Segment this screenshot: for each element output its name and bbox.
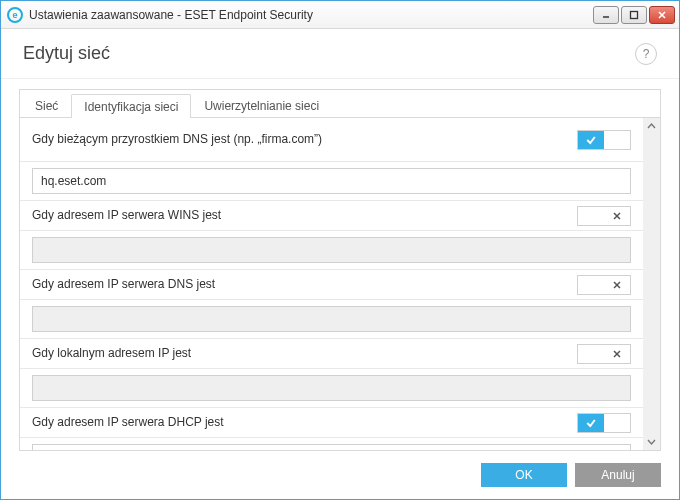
label-wins-ip: Gdy adresem IP serwera WINS jest bbox=[32, 208, 577, 223]
label-dhcp-ip: Gdy adresem IP serwera DHCP jest bbox=[32, 415, 577, 430]
input-row-wins-ip bbox=[20, 231, 643, 270]
row-dns-suffix: Gdy bieżącym przyrostkiem DNS jest (np. … bbox=[20, 118, 643, 162]
input-dns-ip bbox=[32, 306, 631, 332]
toggle-local-ip[interactable] bbox=[577, 344, 631, 364]
x-icon bbox=[604, 207, 630, 225]
row-dns-ip: Gdy adresem IP serwera DNS jest bbox=[20, 270, 643, 300]
input-row-dns-suffix bbox=[20, 162, 643, 201]
app-icon: e bbox=[7, 7, 23, 23]
row-dhcp-ip: Gdy adresem IP serwera DHCP jest bbox=[20, 408, 643, 438]
toggle-dns-suffix[interactable] bbox=[577, 130, 631, 150]
footer: OK Anuluj bbox=[1, 451, 679, 499]
input-row-local-ip bbox=[20, 369, 643, 408]
tab-uwierzytelnianie-sieci[interactable]: Uwierzytelnianie sieci bbox=[191, 93, 332, 117]
x-icon bbox=[604, 345, 630, 363]
cancel-button[interactable]: Anuluj bbox=[575, 463, 661, 487]
toggle-dhcp-ip[interactable] bbox=[577, 413, 631, 433]
label-dns-suffix: Gdy bieżącym przyrostkiem DNS jest (np. … bbox=[32, 132, 577, 147]
tab-identyfikacja-sieci[interactable]: Identyfikacja sieci bbox=[71, 94, 191, 118]
toggle-handle bbox=[578, 276, 604, 294]
toggle-handle bbox=[578, 207, 604, 225]
window-controls bbox=[593, 6, 675, 24]
row-local-ip: Gdy lokalnym adresem IP jest bbox=[20, 339, 643, 369]
window-title: Ustawienia zaawansowane - ESET Endpoint … bbox=[29, 8, 593, 22]
maximize-button[interactable] bbox=[621, 6, 647, 24]
label-local-ip: Gdy lokalnym adresem IP jest bbox=[32, 346, 577, 361]
close-button[interactable] bbox=[649, 6, 675, 24]
scroll-area: Gdy bieżącym przyrostkiem DNS jest (np. … bbox=[20, 118, 660, 450]
input-dns-suffix[interactable] bbox=[32, 168, 631, 194]
check-icon bbox=[578, 414, 604, 432]
page-title: Edytuj sieć bbox=[23, 43, 635, 64]
content: Gdy bieżącym przyrostkiem DNS jest (np. … bbox=[20, 118, 643, 450]
toggle-handle bbox=[578, 345, 604, 363]
input-wins-ip bbox=[32, 237, 631, 263]
ok-button[interactable]: OK bbox=[481, 463, 567, 487]
minimize-button[interactable] bbox=[593, 6, 619, 24]
settings-panel: Sieć Identyfikacja sieci Uwierzytelniani… bbox=[19, 89, 661, 451]
tab-siec[interactable]: Sieć bbox=[22, 93, 71, 117]
toggle-handle bbox=[604, 131, 630, 149]
scrollbar[interactable] bbox=[643, 118, 660, 450]
window: e Ustawienia zaawansowane - ESET Endpoin… bbox=[0, 0, 680, 500]
subheader: Edytuj sieć ? bbox=[1, 29, 679, 79]
scrollbar-track[interactable] bbox=[643, 133, 660, 435]
toggle-handle bbox=[604, 414, 630, 432]
x-icon bbox=[604, 276, 630, 294]
label-dns-ip: Gdy adresem IP serwera DNS jest bbox=[32, 277, 577, 292]
row-wins-ip: Gdy adresem IP serwera WINS jest bbox=[20, 201, 643, 231]
help-button[interactable]: ? bbox=[635, 43, 657, 65]
tab-bar: Sieć Identyfikacja sieci Uwierzytelniani… bbox=[20, 90, 660, 118]
input-row-dns-ip bbox=[20, 300, 643, 339]
check-icon bbox=[578, 131, 604, 149]
titlebar: e Ustawienia zaawansowane - ESET Endpoin… bbox=[1, 1, 679, 29]
input-row-dhcp-ip bbox=[20, 438, 643, 450]
input-dhcp-ip[interactable] bbox=[32, 444, 631, 450]
scroll-down-icon[interactable] bbox=[645, 435, 658, 448]
input-local-ip bbox=[32, 375, 631, 401]
toggle-dns-ip[interactable] bbox=[577, 275, 631, 295]
scroll-up-icon[interactable] bbox=[645, 120, 658, 133]
svg-rect-1 bbox=[631, 11, 638, 18]
toggle-wins-ip[interactable] bbox=[577, 206, 631, 226]
